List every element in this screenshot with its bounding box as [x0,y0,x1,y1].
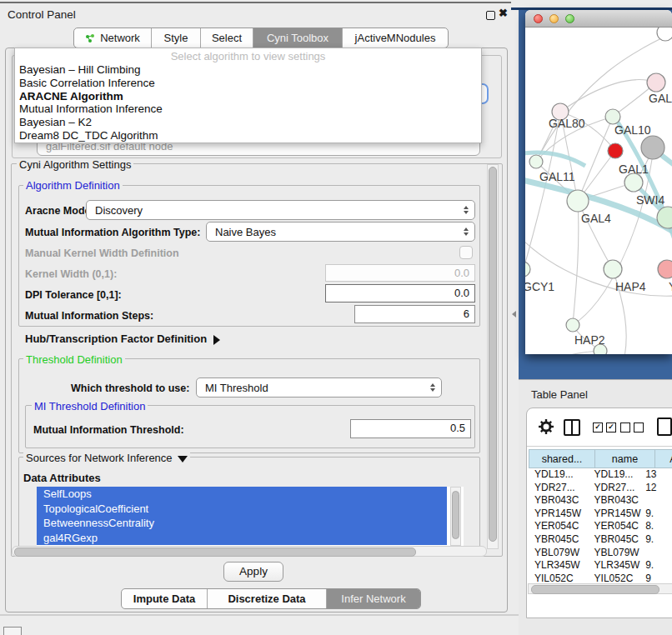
deselect-all-checkboxes-icon[interactable] [620,422,644,432]
apply-button[interactable]: Apply [223,562,283,582]
table-cell: YDL19... [529,468,589,482]
settings-scrollbar-thumb[interactable] [489,167,497,542]
table-hscrollbar-thumb[interactable] [531,585,659,594]
network-node-label: GAL11 [539,170,575,183]
window-top-edge [0,2,511,3]
table-row[interactable]: YLR345WYLR345W9. [529,559,672,572]
column-header-name[interactable]: name [595,449,655,468]
export-table-icon[interactable] [657,418,672,436]
select-all-checkboxes-icon[interactable]: ✓ ✓ [593,422,616,432]
cyni-bottom-tabs: Impute Data Discretize Data Infer Networ… [121,588,421,609]
mi-type-label: Mutual Information Algorithm Type: [25,227,200,238]
tab-impute-data[interactable]: Impute Data [122,589,207,608]
network-node[interactable] [604,260,622,278]
table-row[interactable]: YBR043CYBR043C [529,494,672,508]
network-node-label: GCY1 [525,280,554,293]
network-window-titlebar[interactable] [525,10,672,28]
aracne-mode-combobox[interactable]: Discovery [86,200,475,220]
table-cell: 9. [642,508,672,521]
network-node[interactable] [605,109,620,124]
table-row[interactable]: YBL079WYBL079W [529,547,672,560]
network-node[interactable] [657,28,672,41]
attributes-scrollbar-thumb[interactable] [452,491,459,539]
sources-title-label: Sources for Network Inference [26,452,173,464]
algorithm-dropdown-list: Select algorithm to view settings Bayesi… [14,48,482,143]
network-node[interactable] [641,136,664,159]
network-node-label: GAL [649,92,672,105]
float-window-button[interactable] [486,11,495,20]
network-view-window[interactable]: GALGAL80GAL10GAL1GAL11SWI4GAL4GCY1HAP4YH… [525,10,672,354]
unchecked-box-icon [634,422,644,432]
kernel-width-field[interactable]: 0.0 [325,264,475,282]
data-attribute-item[interactable]: gal4RGexp [37,531,447,546]
network-node[interactable] [529,155,543,168]
network-node[interactable] [658,260,672,278]
table-cell: YBR045C [589,533,643,547]
data-attribute-item[interactable]: SelfLoops [37,487,447,502]
tab-style-label: Style [164,32,188,44]
algorithm-option[interactable]: Basic Correlation Inference [15,77,481,90]
network-canvas[interactable]: GALGAL80GAL10GAL1GAL11SWI4GAL4GCY1HAP4YH… [525,28,672,354]
mi-steps-field[interactable]: 6 [354,305,475,323]
algorithm-option[interactable]: ARACNE Algorithm [15,90,481,103]
table-cell: 8. [642,520,672,533]
table-row[interactable]: YDL19...YDL19...13 [529,468,672,482]
network-node[interactable] [566,318,579,332]
column-header-shared[interactable]: shared... [529,449,595,468]
desktop-top-strip [511,0,672,8]
mi-threshold-field[interactable]: 0.5 [350,419,471,438]
cyni-algorithm-settings-title: Cyni Algorithm Settings [17,158,133,171]
network-node[interactable] [624,173,643,192]
tab-style[interactable]: Style [151,28,200,48]
network-node-label: HAP2 [574,333,605,347]
data-attribute-item[interactable]: BetweennessCentrality [37,516,447,531]
column-header-a[interactable]: A [655,449,672,468]
which-threshold-combobox[interactable]: MI Threshold [196,378,442,398]
tab-infer-network-label: Infer Network [341,592,405,605]
network-node[interactable] [567,190,589,212]
minimize-traffic-light-icon[interactable] [549,14,559,23]
network-edge [560,80,656,112]
close-traffic-light-icon[interactable] [534,14,543,23]
algorithm-option[interactable]: Dream8 DC_TDC Algorithm [15,129,481,142]
columns-icon[interactable] [564,419,580,436]
data-attributes-label: Data Attributes [23,472,101,484]
algorithm-option[interactable]: Mutual Information Inference [15,102,481,116]
table-row[interactable]: YER054CYER054C8. [529,520,672,533]
mi-type-combobox[interactable]: Naive Bayes [206,222,475,242]
network-node[interactable] [525,262,530,277]
table-row[interactable]: YDR27...YDR27...12 [529,482,672,495]
data-attributes-list[interactable]: SelfLoopsTopologicalCoefficientBetweenne… [37,487,464,546]
combo-arrows-icon [464,206,469,215]
table-row[interactable]: YPR145WYPR145W9. [529,508,672,521]
aracne-mode-label: Aracne Mode: [25,205,94,217]
settings-hscrollbar-thumb[interactable] [14,548,416,557]
manual-kernel-checkbox[interactable] [459,246,473,259]
algorithm-option[interactable]: Bayesian – K2 [15,116,481,129]
network-node[interactable] [647,73,665,92]
dpi-tolerance-label: DPI Tolerance [0,1]: [25,289,122,301]
zoom-traffic-light-icon[interactable] [565,14,574,23]
panel-resize-grip[interactable] [512,311,516,318]
tab-select[interactable]: Select [200,28,253,48]
network-node[interactable] [608,143,623,158]
dpi-tolerance-field[interactable]: 0.0 [325,284,475,302]
data-attribute-item[interactable]: TopologicalCoefficient [37,502,447,517]
bottom-left-icon[interactable] [3,627,22,635]
table-row[interactable]: YBR045CYBR045C9. [529,533,672,547]
close-icon[interactable]: ✖ [499,7,508,19]
aracne-mode-value: Discovery [95,204,143,217]
tab-network-label: Network [100,32,140,44]
gear-icon[interactable] [539,419,554,434]
tab-discretize-data[interactable]: Discretize Data [207,589,326,608]
algorithm-option[interactable]: Bayesian – Hill Climbing [15,63,481,77]
sources-title[interactable]: Sources for Network Inference [23,452,190,464]
table-cell: YBL079W [529,547,589,560]
tab-jactivemnodules[interactable]: jActiveMNodules [342,28,448,48]
tab-infer-network[interactable]: Infer Network [326,589,420,608]
tab-network[interactable]: Network [74,28,151,48]
hub-definition-toggle[interactable]: Hub/Transcription Factor Definition [25,332,220,345]
table-cell: YER054C [589,520,643,533]
table-cell: YLR345W [589,559,643,572]
tab-cyni-toolbox[interactable]: Cyni Toolbox [253,28,342,48]
